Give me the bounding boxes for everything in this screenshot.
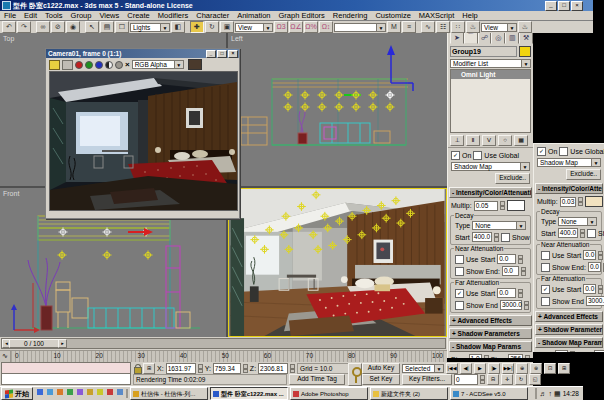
taskbar-task-button[interactable]: 新建文件夹 (2) [370,387,448,400]
stack-item-omni-light[interactable]: Omni Light [451,70,530,79]
window-crossing-icon[interactable]: ◧ [171,21,185,33]
time-slider[interactable]: ◂ 0 / 100 ▸ [0,337,447,350]
decay-show-checkbox[interactable] [587,229,596,238]
undo-icon[interactable]: ↶ [2,21,16,33]
rollout-shadow-map-params[interactable]: - Shadow Map Params [535,337,603,348]
viewport-front-label[interactable]: Front [3,190,19,197]
material-editor-icon[interactable]: ∷ [451,21,465,33]
quick-launch-icon[interactable]: ▣ [65,389,74,398]
clone-window-icon[interactable] [62,60,73,70]
on-checkbox[interactable]: ✓ [451,151,460,160]
render-type-dropdown[interactable]: View ▼ [481,23,517,32]
pin-stack-icon[interactable]: ⊥ [450,135,464,146]
bind-icon[interactable]: ◉ [66,21,80,33]
object-name-field[interactable]: Group19 [450,46,517,57]
quick-launch-icon[interactable]: ◔ [55,389,64,398]
decay-start-spinner[interactable] [580,229,585,238]
taskbar-task-button[interactable]: 杜信伟 - 杜信伟-列... [130,387,208,400]
menu-item[interactable]: Views [95,11,123,20]
size-field[interactable]: 256 [594,350,604,352]
spinner-snap-icon[interactable]: Ω↕ [319,21,333,33]
link-icon[interactable]: ∞ [36,21,50,33]
selection-filter-dropdown[interactable]: Lights ▼ [130,23,170,32]
show-end-result-icon[interactable]: Ⅱ [466,135,480,146]
select-icon[interactable]: ↖ [85,21,99,33]
use-global-checkbox[interactable] [473,151,482,160]
near-show-checkbox[interactable] [455,267,464,276]
menu-item[interactable]: Help [458,11,481,20]
on-checkbox[interactable]: ✓ [537,147,546,156]
auto-key-button[interactable]: Auto Key [362,363,400,374]
display-tab-icon[interactable]: ▥ [505,33,519,44]
monochrome-channel-icon[interactable] [105,61,113,69]
use-global-checkbox[interactable] [559,147,568,156]
near-use-checkbox[interactable] [455,255,464,264]
reference-coordinate-dropdown[interactable]: View ▼ [235,23,273,32]
next-frame-icon[interactable]: |▶ [488,363,500,374]
taskbar-task-button[interactable]: 型件 卧室c1222.max ... [210,387,288,400]
far-show-checkbox[interactable] [541,297,550,306]
move-icon[interactable]: ✚ [190,21,204,33]
chevron-down-icon[interactable]: ▼ [434,365,443,372]
selection-lock-icon[interactable] [133,364,141,373]
set-keys-key-icon[interactable] [348,363,362,386]
chevron-down-icon[interactable]: ▼ [174,61,183,68]
chevron-down-icon[interactable]: ▼ [376,24,385,31]
far-show-checkbox[interactable] [455,301,464,310]
y-spinner[interactable] [243,364,248,373]
menu-item[interactable]: Graph Editors [275,11,329,20]
z-spinner[interactable] [290,364,295,373]
exclude-button[interactable]: Exclude.. [495,173,530,184]
size-field[interactable]: 256 [508,354,523,358]
background-color-swatch[interactable] [188,59,202,70]
near-end-field[interactable]: 0.0 [502,266,519,276]
viewport-left-label[interactable]: Left [231,35,243,42]
save-bitmap-icon[interactable] [49,60,60,70]
red-channel-icon[interactable] [75,61,83,69]
play-icon[interactable]: ▶ [474,363,486,374]
render-frame-window[interactable]: Camera01, frame 0 (1:1) _ □ × × RGB Alph… [45,48,240,219]
multiplier-spinner[interactable] [500,201,505,210]
current-frame-field[interactable]: 0 [454,374,478,385]
rollout-shadow-parameters[interactable]: + Shadow Parameters [449,328,532,339]
near-start-field[interactable]: 0.0 [583,250,596,260]
x-coordinate-field[interactable]: 1631.97 [166,363,196,374]
go-to-end-icon[interactable]: ▶▶| [502,363,514,374]
chevron-down-icon[interactable]: ▼ [507,24,516,31]
quick-launch-icon[interactable]: ✎ [85,389,94,398]
far-use-checkbox[interactable]: ✓ [541,285,550,294]
far-end-spinner[interactable] [524,301,529,310]
menu-item[interactable]: Group [67,11,96,20]
far-start-spinner[interactable] [598,285,603,294]
align-icon[interactable]: ≡ [402,21,416,33]
pan-icon[interactable]: ✛ [501,374,513,385]
modifier-stack[interactable]: Omni Light [450,69,531,133]
zoom-extents-icon[interactable]: ⊡ [544,363,556,374]
rollout-advanced-effects[interactable]: + Advanced Effects [535,311,603,322]
bias-field[interactable]: 1.0 [469,354,482,358]
track-bar-ruler[interactable]: 0102030405060708090100 [11,351,447,362]
track-bar[interactable]: ∿ 0102030405060708090100 [0,350,447,362]
absolute-offset-mode-icon[interactable]: ⊞ [143,363,155,374]
unlink-icon[interactable]: ⊘ [51,21,65,33]
near-start-spinner[interactable] [598,251,603,260]
far-start-field[interactable]: 0.0 [497,288,516,298]
curve-editor-icon[interactable]: ∿ [421,21,435,33]
object-color-swatch[interactable] [519,46,531,57]
maximize-button[interactable]: □ [558,1,570,11]
bias-spinner[interactable] [570,351,575,353]
frame-spinner[interactable] [480,375,485,384]
previous-frame-icon[interactable]: ◀| [460,363,472,374]
zoom-icon[interactable]: ⊕ [516,363,528,374]
quick-launch-icon[interactable]: A [105,389,114,398]
bias-spinner[interactable] [484,355,489,359]
far-start-field[interactable]: 0.0 [583,284,596,294]
quick-launch-icon[interactable]: ♞ [75,389,84,398]
decay-start-field[interactable]: 400.0 [558,228,578,238]
far-end-field[interactable]: 3000.0 [586,296,604,306]
multiplier-spinner[interactable] [578,197,583,206]
named-selection-dropdown[interactable]: ▼ [334,23,386,32]
x-spinner[interactable] [198,364,203,373]
min-max-toggle-icon[interactable]: ◱ [529,374,541,385]
chevron-down-icon[interactable]: ▼ [263,24,272,31]
